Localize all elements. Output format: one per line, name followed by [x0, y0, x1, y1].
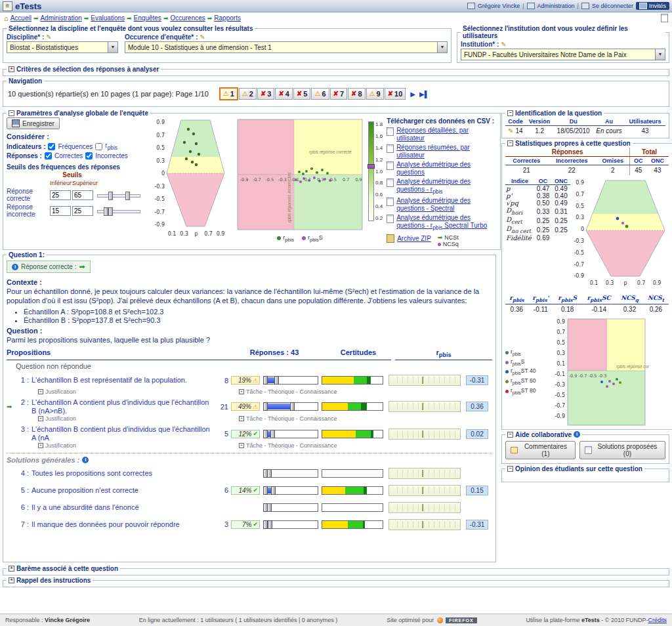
page-button-8[interactable]: ✘8 — [348, 88, 366, 100]
slider-handle[interactable] — [267, 469, 272, 478]
next-page-button[interactable]: ▶ — [410, 91, 415, 98]
discipline-select[interactable]: Biostat - Biostatistiques ▼ — [7, 41, 118, 53]
page-button-1[interactable]: ⚠1 — [219, 87, 238, 100]
breadcrumb-item[interactable]: Occurences — [170, 14, 205, 22]
pencil-icon[interactable]: ✎ — [508, 127, 513, 135]
page-button-5[interactable]: ✘5 — [293, 88, 311, 100]
frequency-slider[interactable] — [263, 520, 318, 529]
proposition-row: 7 :Il manque des données pour pouvoir ré… — [7, 516, 492, 532]
correct-threshold-slider[interactable] — [97, 192, 140, 199]
comments-button[interactable]: Commentaires (1) — [505, 441, 576, 459]
slider-handle[interactable] — [268, 520, 272, 529]
page-button-6[interactable]: ⚠6 — [311, 88, 329, 100]
slider-handle[interactable] — [263, 430, 268, 438]
csv-download-link[interactable]: Analyse édumétrique des questions - rpbi… — [396, 178, 497, 195]
menu-icon[interactable]: ≡ — [3, 1, 12, 11]
slider-handle[interactable] — [108, 192, 113, 200]
breadcrumb-item[interactable]: Evaluations — [91, 14, 125, 22]
justification-toggle[interactable]: +Justification — [38, 442, 76, 449]
archive-zip-link[interactable]: Archive ZIP — [397, 235, 431, 243]
slider-handle[interactable] — [263, 402, 268, 411]
slider-handle[interactable] — [270, 430, 275, 438]
save-button[interactable]: Enregistrer — [7, 117, 60, 129]
institution-select[interactable]: FUNDP - Facultés Universitaires Notre Da… — [461, 49, 665, 60]
collapse-icon[interactable]: − — [507, 432, 513, 438]
axis-tick: 0.7 — [156, 133, 165, 138]
page-button-7[interactable]: ✘7 — [330, 88, 348, 100]
incorrect-checkbox[interactable] — [85, 152, 93, 159]
page-button-9[interactable]: ⚠9 — [366, 88, 384, 100]
csv-download-link[interactable]: Analyse édumétrique des questions - Spec… — [396, 197, 497, 212]
guests-badge[interactable]: Invités — [636, 2, 669, 10]
incorrect-threshold-slider[interactable] — [97, 207, 140, 215]
slider-handle[interactable] — [125, 192, 130, 200]
csv-download-link[interactable]: Analyse édumétrique des questions — [396, 161, 497, 176]
task-toggle[interactable]: +Tâche - Théorique - Connaissance — [239, 388, 337, 395]
slider-handle[interactable] — [263, 376, 268, 385]
csv-download-link[interactable]: Réponses détaillées, par utilisateur — [396, 127, 497, 142]
collapse-icon[interactable]: − — [507, 466, 513, 472]
topbar-user-link[interactable]: Grégoire Vincke — [478, 3, 520, 9]
csv-download-link[interactable]: Analyse édumétrique des questions - rpbi… — [396, 214, 497, 231]
proposed-solutions-button[interactable]: Solutions proposées (0) — [579, 441, 665, 459]
frequency-slider[interactable] — [263, 376, 318, 385]
slider-handle[interactable] — [108, 207, 113, 216]
frequencies-checkbox[interactable] — [48, 143, 55, 150]
csv-download-link[interactable]: Réponses résumées, par utilisateur — [396, 144, 497, 159]
frequency-slider[interactable] — [263, 430, 318, 438]
axis-tick: 0.5 — [330, 177, 337, 182]
proposition-number: 4 : — [16, 469, 29, 478]
occurrence-select[interactable]: Module 10 - Statistiques à une dimension… — [125, 41, 448, 53]
axis-tick: -0.9 — [240, 177, 249, 182]
breadcrumb-item[interactable]: Administration — [40, 14, 81, 22]
expand-icon[interactable]: + — [9, 566, 14, 572]
page-button-10[interactable]: ✘10 — [385, 88, 406, 100]
topbar-logout-link[interactable]: Se déconnecter — [592, 3, 633, 9]
cross-icon: ✘ — [297, 91, 302, 97]
info-icon[interactable]: i — [574, 431, 580, 438]
justification-toggle[interactable]: +Justification — [38, 415, 76, 422]
page-button-2[interactable]: ⚠2 — [239, 88, 257, 100]
slider-handle[interactable] — [274, 376, 279, 385]
collapse-icon[interactable]: − — [507, 140, 513, 146]
breadcrumb-item[interactable]: Accueil — [10, 14, 32, 22]
page-button-4[interactable]: ✘4 — [275, 88, 293, 100]
incorrect-upper-input[interactable] — [72, 206, 93, 216]
collapse-icon[interactable]: − — [9, 110, 14, 116]
collapse-icon[interactable]: − — [507, 110, 513, 116]
page-button-3[interactable]: ✘3 — [257, 88, 275, 100]
slider-handle[interactable] — [263, 486, 268, 495]
incorrect-lower-input[interactable] — [50, 206, 71, 216]
frequency-slider[interactable] — [263, 469, 318, 478]
certitudes-header: Certitudes — [326, 348, 391, 360]
correct-upper-input[interactable] — [72, 190, 93, 200]
legend-item: rpbisST 40 — [505, 367, 549, 376]
frequency-slider[interactable] — [263, 486, 318, 495]
breadcrumb-item[interactable]: Enquêtes — [134, 14, 161, 22]
slider-handle[interactable] — [267, 503, 272, 512]
frequency-slider[interactable] — [263, 503, 318, 512]
rpbis-checkbox[interactable] — [95, 143, 102, 150]
info-icon[interactable]: i — [82, 457, 89, 463]
rpbis-header: rpbis — [395, 348, 492, 360]
pencil-icon[interactable]: ✎ — [46, 33, 51, 41]
expand-icon[interactable]: + — [9, 66, 14, 72]
frequency-slider[interactable] — [263, 402, 318, 411]
page-document-icon[interactable] — [661, 14, 668, 22]
credits-link[interactable]: Crédits — [648, 617, 667, 623]
pencil-icon[interactable]: ✎ — [200, 33, 205, 41]
correct-lower-input[interactable] — [50, 190, 71, 200]
expand-icon[interactable]: + — [9, 577, 14, 583]
task-toggle[interactable]: +Tâche - Théorique - Connaissance — [239, 442, 337, 449]
topbar-admin-link[interactable]: Administration — [537, 3, 575, 9]
correct-checkbox[interactable] — [45, 152, 52, 159]
task-toggle[interactable]: +Tâche - Théorique - Connaissance — [239, 415, 337, 422]
justification-toggle[interactable]: +Justification — [38, 388, 76, 395]
breadcrumb-item[interactable]: Rapports — [214, 14, 241, 22]
slider-handle[interactable] — [271, 486, 276, 495]
last-page-button[interactable]: ▶▌ — [419, 91, 429, 98]
occurrence-label: Occurence d'enquête* : ✎ — [125, 33, 448, 41]
slider-handle[interactable] — [290, 402, 295, 411]
info-icon[interactable]: i — [12, 264, 18, 270]
pencil-icon[interactable]: ✎ — [501, 41, 506, 48]
